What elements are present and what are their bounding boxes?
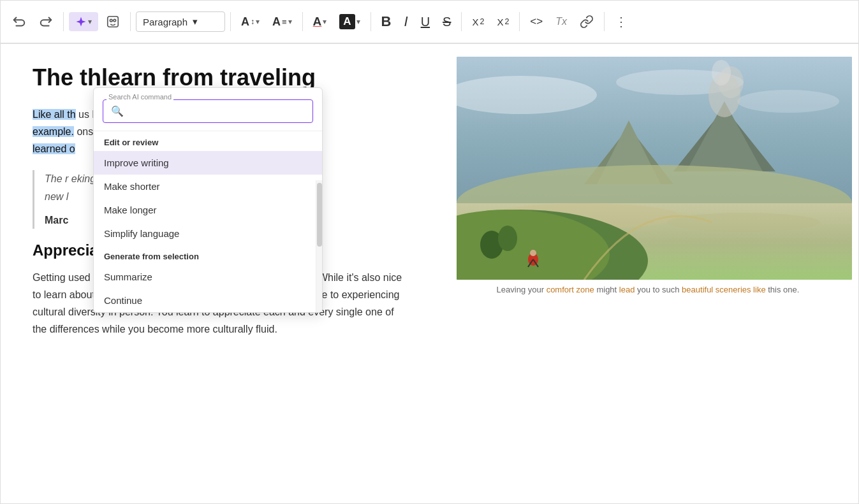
font-size2-chevron: ▾ [288,17,292,26]
menu-item-summarize[interactable]: Summarize [94,265,322,289]
redo-button[interactable] [34,11,58,32]
ai-search-input[interactable] [129,106,305,117]
font-size2-button[interactable]: A≡ ▾ [267,11,297,32]
ai-dropdown: Search AI command 🔍 Edit or review Impro… [93,87,323,313]
bold-button[interactable]: B [376,10,397,34]
divider-4 [302,12,303,31]
image-container: Leaving your comfort zone might lead you… [457,57,839,294]
ai-assistant-button[interactable] [101,11,125,32]
divider-2 [130,12,131,31]
paragraph-label: Paragraph [143,17,187,27]
divider-7 [519,12,520,31]
highlighted-text-1: Like all th [33,109,76,120]
svg-point-21 [530,250,536,256]
underline-button[interactable]: U [416,11,435,33]
editor-right: Leaving your comfort zone might lead you… [437,44,858,503]
image-caption: Leaving your comfort zone might lead you… [457,285,839,294]
svg-point-11 [712,60,731,85]
volcano-image [457,57,852,280]
font-size2-icon: A [272,15,281,29]
paragraph-chevron: ▾ [193,16,198,27]
section-label-edit: Edit or review [94,131,322,151]
more-button[interactable]: ⋮ [610,10,634,33]
ai-chevron: ▾ [88,17,92,26]
svg-point-17 [667,213,820,232]
divider-1 [63,12,64,31]
divider-8 [604,12,605,31]
link-button[interactable] [575,11,599,32]
clear-format-button[interactable]: Tx [550,12,572,31]
font-size-chevron: ▾ [256,17,260,26]
font-color-button[interactable]: A ▾ [308,11,332,32]
menu-item-make-shorter[interactable]: Make shorter [94,175,322,198]
superscript-button[interactable]: X2 [492,13,514,31]
italic-button[interactable]: I [399,10,413,34]
highlight-button[interactable]: A ▾ [334,10,365,33]
ai-search-wrapper: 🔍 [103,99,313,123]
highlighted-text-3: learned o [33,143,75,154]
menu-item-make-longer[interactable]: Make longer [94,198,322,222]
divider-3 [230,12,231,31]
highlighted-text-2: example. [33,126,74,137]
menu-item-simplify-language[interactable]: Simplify language [94,222,322,245]
search-icon: 🔍 [111,105,124,117]
font-color-chevron: ▾ [323,17,327,26]
divider-5 [371,12,371,31]
ai-button[interactable]: ▾ [69,12,98,31]
content-area: Search AI command 🔍 Edit or review Impro… [1,44,858,503]
undo-button[interactable] [7,11,31,32]
font-size-icon: A [241,15,249,29]
scrollbar-track [316,180,322,313]
font-color-icon: A [313,15,322,29]
ai-search-area: Search AI command 🔍 [94,88,322,131]
menu-item-improve-writing[interactable]: Improve writing [94,151,322,175]
subscript-button[interactable]: X2 [467,13,489,31]
svg-point-2 [114,19,116,22]
dropdown-list: Edit or review Improve writing Make shor… [94,131,322,312]
ai-search-label: Search AI command [106,93,173,101]
paragraph-dropdown[interactable]: Paragraph ▾ [136,11,225,32]
divider-6 [461,12,462,31]
svg-point-1 [110,19,112,22]
svg-point-6 [737,90,839,113]
font-size-button[interactable]: A↕ ▾ [236,11,265,32]
section-label-generate: Generate from selection [94,245,322,265]
highlight-chevron: ▾ [356,17,360,26]
menu-item-continue[interactable]: Continue [94,289,322,312]
toolbar: ▾ Paragraph ▾ A↕ ▾ A≡ ▾ A ▾ A ▾ [1,1,858,44]
scrollbar-thumb[interactable] [317,183,322,247]
strikethrough-button[interactable]: S [437,11,456,33]
svg-point-25 [498,226,517,251]
code-button[interactable]: <> [525,11,548,32]
highlight-icon: A [339,14,355,29]
